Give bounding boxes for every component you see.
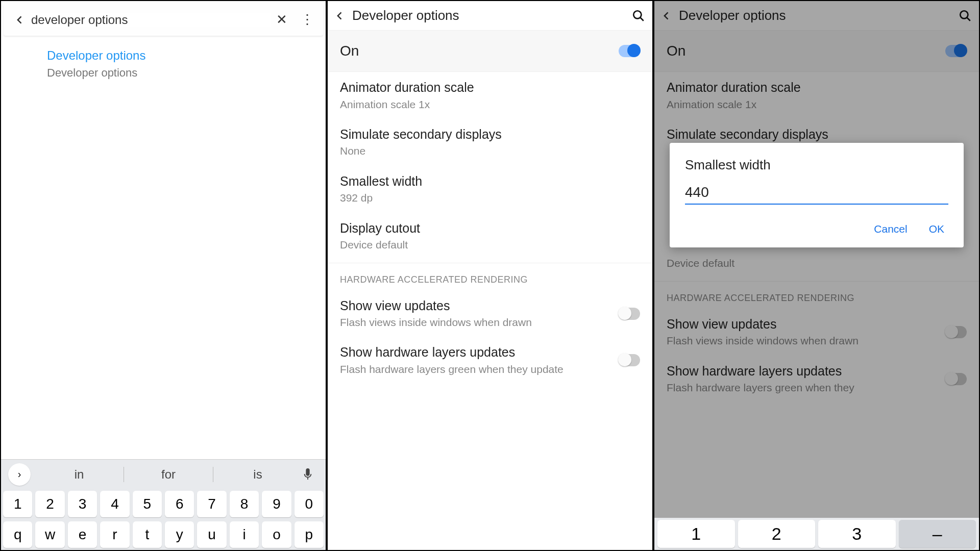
keyboard: › in for is 1234567890 qwertyuiop — [1, 459, 326, 550]
key[interactable]: u — [197, 521, 226, 548]
key[interactable]: 5 — [133, 491, 162, 517]
master-toggle-row[interactable]: On — [328, 31, 652, 72]
keyboard-row: qwertyuiop — [1, 519, 326, 550]
key[interactable]: t — [133, 521, 162, 548]
modal-scrim[interactable] — [654, 1, 979, 550]
more-icon[interactable]: ⋮ — [301, 12, 309, 28]
setting-row[interactable]: Show view updatesFlash views inside wind… — [328, 290, 652, 337]
key[interactable]: w — [35, 521, 64, 548]
key[interactable]: 3 — [68, 491, 97, 517]
numpad-key[interactable]: 2 — [738, 520, 816, 548]
setting-row[interactable]: Show hardware layers updatesFlash hardwa… — [328, 337, 652, 384]
suggestion[interactable]: for — [124, 467, 213, 482]
on-label: On — [340, 43, 619, 59]
search-icon[interactable] — [632, 9, 645, 22]
search-result[interactable]: Developer options Developer options — [1, 39, 326, 86]
smallest-width-dialog: Smallest width Cancel OK — [670, 143, 964, 247]
panel-dialog: Developer options On Animator duration s… — [653, 0, 980, 551]
clear-icon[interactable]: ✕ — [276, 12, 290, 28]
key[interactable]: q — [3, 521, 32, 548]
page-title: Developer options — [352, 8, 632, 23]
key[interactable]: 8 — [230, 491, 259, 517]
panel-search: ✕ ⋮ Developer options Developer options … — [0, 0, 327, 551]
suggestion-row: › in for is — [1, 459, 326, 489]
key[interactable]: o — [262, 521, 291, 548]
key[interactable]: 6 — [165, 491, 194, 517]
key[interactable]: 2 — [35, 491, 64, 517]
setting-row[interactable]: Smallest width392 dp — [328, 166, 652, 213]
toggle-switch[interactable] — [619, 354, 640, 366]
key[interactable]: 9 — [262, 491, 291, 517]
key[interactable]: y — [165, 521, 194, 548]
header: Developer options — [328, 1, 652, 31]
numpad-key[interactable]: – — [899, 520, 976, 548]
panel-developer-options: Developer options On Animator duration s… — [327, 0, 653, 551]
suggestion[interactable]: in — [35, 467, 124, 482]
back-icon[interactable] — [335, 11, 345, 21]
toggle-switch[interactable] — [619, 308, 640, 320]
keyboard-row: 1234567890 — [1, 489, 326, 519]
key[interactable]: e — [68, 521, 97, 548]
key[interactable]: 1 — [3, 491, 32, 517]
numpad-key[interactable]: 1 — [657, 520, 735, 548]
result-title: Developer options — [47, 47, 326, 64]
key[interactable]: r — [100, 521, 129, 548]
key[interactable]: 0 — [295, 491, 324, 517]
back-icon[interactable] — [13, 13, 27, 27]
dialog-input[interactable] — [685, 182, 948, 205]
setting-row[interactable]: Display cutoutDevice default — [328, 213, 652, 260]
ok-button[interactable]: OK — [925, 219, 948, 239]
section-header: HARDWARE ACCELERATED RENDERING — [328, 263, 652, 290]
mic-icon[interactable] — [302, 467, 323, 482]
dialog-title: Smallest width — [685, 157, 948, 173]
key[interactable]: p — [295, 521, 324, 548]
numeric-keypad: 123– — [654, 518, 979, 550]
search-input[interactable] — [31, 13, 271, 27]
cancel-button[interactable]: Cancel — [870, 219, 911, 239]
numpad-key[interactable]: 3 — [818, 520, 896, 548]
result-subtitle: Developer options — [47, 64, 326, 81]
key[interactable]: i — [230, 521, 259, 548]
setting-row[interactable]: Animator duration scaleAnimation scale 1… — [328, 72, 652, 119]
toggle-switch[interactable] — [619, 45, 640, 57]
key[interactable]: 4 — [100, 491, 129, 517]
setting-row[interactable]: Simulate secondary displaysNone — [328, 119, 652, 166]
suggestion[interactable]: is — [213, 467, 302, 482]
chevron-right-icon[interactable]: › — [8, 463, 31, 486]
svg-point-1 — [633, 11, 641, 18]
search-bar: ✕ ⋮ — [4, 4, 323, 36]
svg-rect-0 — [306, 468, 309, 476]
key[interactable]: 7 — [197, 491, 226, 517]
